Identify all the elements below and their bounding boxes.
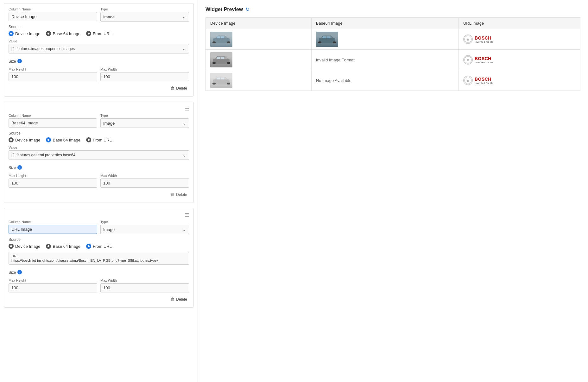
table-cell-url-1: B BOSCH Invented for life [458, 29, 580, 50]
source-radio-device-1[interactable]: Device Image [9, 31, 40, 36]
column-name-input-3[interactable] [9, 225, 97, 234]
svg-rect-23 [221, 78, 224, 79]
trash-icon-2: 🗑 [170, 192, 174, 197]
size-label-text-3: Size [9, 270, 16, 275]
svg-rect-16 [221, 57, 224, 59]
chevron-down-icon-2: ⌄ [182, 121, 186, 126]
column-name-input-1[interactable] [9, 12, 97, 21]
type-select-1[interactable]: Image ⌄ [100, 12, 189, 22]
drag-handle-2[interactable]: ☰ [9, 106, 189, 112]
bosch-logo-3: B BOSCH Invented for life [463, 76, 576, 85]
svg-rect-8 [323, 36, 326, 38]
max-width-group-3: Max Width [100, 279, 189, 292]
max-height-input-2[interactable] [9, 178, 97, 188]
source-radio-device-3[interactable]: Device Image [9, 244, 40, 249]
source-radio-url-3[interactable]: From URL [86, 244, 112, 249]
refresh-icon[interactable]: ↻ [245, 6, 250, 12]
max-width-group-1: Max Width [100, 67, 189, 81]
value-field-1[interactable]: [i] .features.images.properties.images ⌄ [9, 44, 189, 53]
size-label-text-2: Size [9, 166, 16, 170]
max-height-label-2: Max Height [9, 174, 97, 178]
svg-rect-3 [217, 36, 220, 38]
source-radio-base64-3[interactable]: Base 64 Image [46, 244, 80, 249]
source-radio-device-2[interactable]: Device Image [9, 137, 40, 142]
size-info-icon-1[interactable]: i [17, 59, 22, 63]
value-label-1: Value [9, 39, 189, 43]
type-value-3: Image [103, 227, 115, 232]
delete-button-3[interactable]: 🗑 Delete [168, 296, 189, 303]
col-header-url-image: URL Image [458, 18, 580, 29]
bosch-text-3: BOSCH Invented for life [475, 77, 494, 85]
type-label-3: Type [100, 220, 189, 224]
svg-text:B: B [467, 38, 469, 41]
source-radio-url-2[interactable]: From URL [86, 137, 112, 142]
source-label-2: Source [9, 131, 189, 135]
table-cell-device-1 [206, 29, 312, 50]
max-width-group-2: Max Width [100, 174, 189, 188]
radio-circle-device-1 [9, 31, 14, 36]
size-info-icon-3[interactable]: i [17, 270, 22, 274]
preview-title: Widget Preview [205, 7, 243, 12]
type-select-2[interactable]: Image ⌄ [100, 118, 189, 128]
value-field-2[interactable]: [i] .features.general.properties.base64 … [9, 150, 189, 160]
svg-rect-6 [318, 41, 321, 43]
max-height-label-1: Max Height [9, 67, 97, 71]
max-height-input-1[interactable] [9, 72, 97, 81]
source-radio-group-2: Device Image Base 64 Image From URL [9, 137, 189, 142]
radio-circle-url-1 [86, 31, 91, 36]
delete-button-2[interactable]: 🗑 Delete [168, 191, 189, 198]
drag-handle-3[interactable]: ☰ [9, 212, 189, 218]
table-header-row: Device Image Base64 Image URL Image [206, 18, 580, 29]
type-field-1: Type Image ⌄ [100, 7, 189, 22]
chevron-down-icon-3: ⌄ [182, 227, 186, 232]
radio-label-url-1: From URL [93, 31, 112, 36]
radio-circle-base64-1 [46, 31, 51, 36]
bosch-tagline-2: Invented for life [475, 61, 494, 64]
table-cell-device-3 [206, 70, 312, 91]
delete-label-3: Delete [176, 297, 187, 302]
max-width-label-2: Max Width [100, 174, 189, 178]
max-width-input-2[interactable] [100, 178, 189, 188]
type-select-3[interactable]: Image ⌄ [100, 225, 189, 234]
source-radio-base64-2[interactable]: Base 64 Image [46, 137, 80, 142]
chevron-down-icon-value-2: ⌄ [182, 153, 186, 158]
col-header-device-image: Device Image [206, 18, 312, 29]
type-value-1: Image [103, 15, 115, 19]
bosch-name-3: BOSCH [475, 77, 494, 82]
max-height-label-3: Max Height [9, 279, 97, 282]
source-radio-url-1[interactable]: From URL [86, 31, 112, 36]
no-image-text: No Image Available [316, 78, 351, 83]
source-label-1: Source [9, 25, 189, 29]
preview-header: Widget Preview ↻ [205, 6, 580, 12]
table-cell-base64-3: No Image Available [311, 70, 458, 91]
radio-label-device-3: Device Image [15, 244, 40, 249]
svg-rect-2 [227, 41, 230, 43]
svg-text:B: B [467, 59, 469, 62]
bosch-tagline-3: Invented for life [475, 82, 494, 85]
svg-rect-15 [217, 57, 220, 59]
table-cell-base64-1 [311, 29, 458, 50]
value-text-1: [i] .features.images.properties.images [11, 47, 75, 51]
max-width-input-3[interactable] [100, 283, 189, 292]
size-info-icon-2[interactable]: i [17, 165, 22, 170]
max-height-input-3[interactable] [9, 283, 97, 292]
column-name-input-2[interactable] [9, 118, 97, 128]
radio-label-base64-1: Base 64 Image [53, 31, 80, 36]
radio-circle-device-2 [9, 137, 14, 142]
delete-button-1[interactable]: 🗑 Delete [168, 85, 189, 92]
value-label-2: Value [9, 146, 189, 149]
car-image-dark [210, 52, 232, 67]
radio-circle-device-3 [9, 244, 14, 249]
svg-rect-20 [212, 83, 216, 85]
max-width-input-1[interactable] [100, 72, 189, 81]
radio-label-url-2: From URL [93, 138, 112, 142]
radio-label-device-2: Device Image [15, 138, 40, 142]
svg-rect-13 [212, 62, 216, 64]
car-image-silver [210, 32, 232, 47]
svg-rect-21 [227, 83, 230, 85]
table-row: No Image Available B BOSCH Invented for … [206, 70, 580, 91]
source-radio-base64-1[interactable]: Base 64 Image [46, 31, 80, 36]
radio-circle-base64-3 [46, 244, 51, 249]
source-label-3: Source [9, 237, 189, 242]
preview-table: Device Image Base64 Image URL Image [205, 17, 580, 91]
